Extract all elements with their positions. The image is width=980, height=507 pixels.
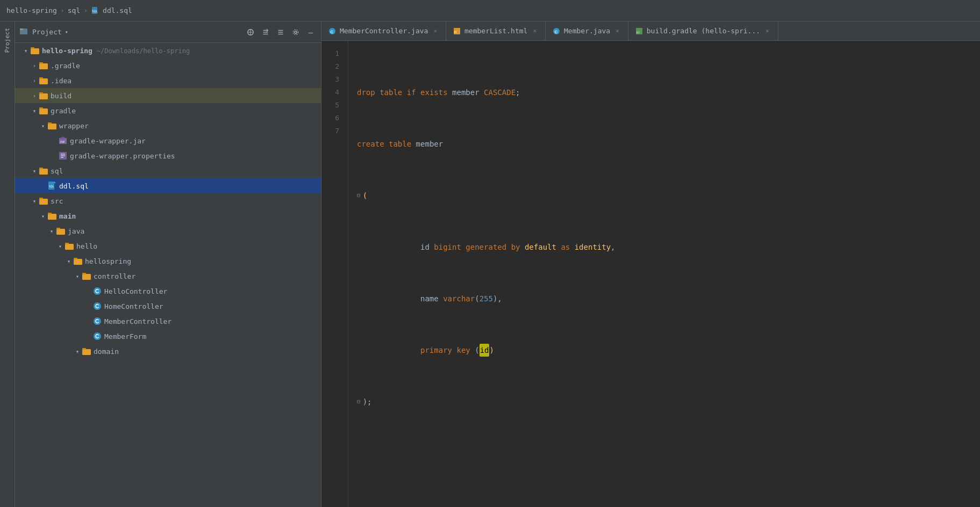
breadcrumb-sql[interactable]: sql bbox=[68, 6, 80, 15]
project-label: Project bbox=[32, 28, 62, 36]
tree-item-hello-dir[interactable]: ▾ hello bbox=[15, 238, 321, 253]
svg-rect-17 bbox=[39, 63, 48, 69]
svg-rect-20 bbox=[39, 77, 43, 79]
tree-item-gradle-hidden[interactable]: › .gradle bbox=[15, 58, 321, 73]
tab-icon-member-java: C bbox=[552, 27, 561, 35]
project-dropdown-arrow[interactable]: ▾ bbox=[65, 29, 68, 35]
tab-member-java[interactable]: C Member.java ✕ bbox=[546, 21, 628, 40]
tree-item-gradle-wrapper-props[interactable]: › gradle-wrapper.properties bbox=[15, 148, 321, 163]
svg-marker-37 bbox=[54, 182, 56, 183]
tab-icon-member-controller: C bbox=[328, 27, 337, 35]
kw-if: if bbox=[407, 86, 416, 99]
svg-rect-34 bbox=[39, 169, 48, 175]
arrow-wrapper: ▾ bbox=[39, 121, 47, 130]
sql-dir-label: sql bbox=[51, 167, 63, 175]
tab-close-member-java[interactable]: ✕ bbox=[613, 26, 621, 35]
tree-item-controller-dir[interactable]: ▾ controller bbox=[15, 269, 321, 284]
code-content[interactable]: drop table if exists member CASCADE; cre… bbox=[348, 41, 980, 507]
svg-rect-21 bbox=[39, 93, 48, 99]
folder-icon-build bbox=[39, 91, 48, 100]
folder-icon-sql-dir bbox=[39, 166, 48, 176]
tree-item-ddl-sql[interactable]: › SQL ddl.sql bbox=[15, 178, 321, 193]
svg-rect-15 bbox=[31, 48, 39, 54]
editor-area: C MemberController.java ✕ H memberList.h… bbox=[321, 21, 980, 507]
code-line-6: primary key (id) bbox=[357, 344, 971, 357]
project-panel-icon bbox=[19, 27, 28, 37]
hello-spring-label: hello-spring ~/Downloads/hello-spring bbox=[42, 47, 190, 55]
punct-comma-2: , bbox=[497, 292, 502, 305]
line-num-2: 2 bbox=[321, 60, 344, 73]
class-icon-member-controller: C bbox=[92, 316, 102, 326]
arrow-gradle-hidden: › bbox=[30, 61, 39, 70]
hello-dir-label: hello bbox=[76, 242, 97, 250]
project-strip-label[interactable]: Project bbox=[2, 24, 13, 57]
svg-rect-35 bbox=[39, 168, 43, 169]
tree-item-hello-spring[interactable]: ▾ hello-spring ~/Downloads/hello-spring bbox=[15, 43, 321, 58]
tab-close-member-controller[interactable]: ✕ bbox=[431, 26, 439, 35]
folder-icon-idea bbox=[39, 76, 48, 85]
tree-item-java-dir[interactable]: ▾ java bbox=[15, 223, 321, 238]
highlight-id: id bbox=[480, 344, 490, 357]
tab-icon-member-list: H bbox=[453, 27, 461, 35]
svg-point-14 bbox=[293, 30, 298, 35]
folder-icon-src-dir bbox=[39, 196, 48, 206]
tab-label-member-controller: MemberController.java bbox=[340, 27, 428, 35]
tree-item-gradle-dir[interactable]: ▾ gradle bbox=[15, 103, 321, 118]
svg-text:C: C bbox=[555, 30, 558, 34]
tree-item-idea[interactable]: › .idea bbox=[15, 73, 321, 88]
svg-rect-43 bbox=[56, 229, 65, 235]
tab-build-gradle[interactable]: Gr build.gradle (hello-spri... ✕ bbox=[628, 21, 778, 40]
svg-rect-47 bbox=[74, 259, 82, 265]
arrow-main-dir: ▾ bbox=[39, 212, 47, 220]
arrow-controller-dir: ▾ bbox=[73, 272, 82, 280]
tree-item-hello-controller[interactable]: › C HelloController bbox=[15, 284, 321, 299]
punct-comma-1: , bbox=[611, 241, 615, 253]
hide-panel-icon[interactable]: — bbox=[305, 26, 317, 38]
gradle-dir-label: gradle bbox=[51, 107, 76, 115]
tab-member-controller[interactable]: C MemberController.java ✕ bbox=[321, 21, 446, 40]
svg-rect-26 bbox=[48, 122, 52, 124]
collapse-all-icon[interactable] bbox=[260, 26, 271, 38]
java-dir-label: java bbox=[68, 227, 84, 235]
tab-close-member-list[interactable]: ✕ bbox=[531, 26, 539, 35]
project-panel: Project ▾ — bbox=[15, 21, 321, 507]
arrow-src-dir: ▾ bbox=[30, 197, 39, 205]
tree-item-sql-dir[interactable]: ▾ sql bbox=[15, 163, 321, 178]
kw-default: default bbox=[525, 241, 556, 253]
svg-rect-48 bbox=[74, 258, 77, 259]
tree-item-gradle-wrapper-jar[interactable]: › JAR gradle-wrapper.jar bbox=[15, 133, 321, 148]
folder-icon-java-dir bbox=[56, 226, 66, 236]
tree-item-member-form[interactable]: › C MemberForm bbox=[15, 329, 321, 344]
tab-icon-build-gradle: Gr bbox=[635, 27, 643, 35]
hello-controller-label: HelloController bbox=[104, 287, 167, 295]
tree-item-hellospring-dir[interactable]: ▾ hellospring bbox=[15, 253, 321, 269]
expand-icon[interactable] bbox=[275, 26, 287, 38]
kw-exists: exists bbox=[420, 86, 448, 99]
kw-table-2: table bbox=[389, 137, 411, 150]
locate-icon[interactable] bbox=[245, 26, 256, 38]
tree-item-main-dir[interactable]: ▾ main bbox=[15, 208, 321, 223]
settings-icon[interactable] bbox=[290, 26, 302, 38]
svg-rect-28 bbox=[61, 137, 65, 139]
line-num-3: 3 bbox=[321, 73, 344, 86]
folder-icon-gradle-dir bbox=[39, 106, 48, 115]
tree-item-build[interactable]: › build bbox=[15, 88, 321, 103]
kw-as: as bbox=[561, 241, 570, 253]
tab-close-build-gradle[interactable]: ✕ bbox=[763, 26, 771, 35]
tree-item-src-dir[interactable]: ▾ src bbox=[15, 193, 321, 208]
tree-item-domain-dir[interactable]: ▾ domain bbox=[15, 344, 321, 359]
punct-semi-1: ; bbox=[516, 86, 520, 99]
col-name: name bbox=[420, 292, 439, 305]
ident-member-1: member bbox=[452, 86, 480, 99]
tab-member-list[interactable]: H memberList.html ✕ bbox=[446, 21, 546, 40]
breadcrumb-project[interactable]: hello-spring bbox=[6, 6, 57, 15]
tree-item-member-controller[interactable]: › C MemberController bbox=[15, 314, 321, 329]
project-header: Project ▾ — bbox=[15, 21, 321, 43]
file-tree: ▾ hello-spring ~/Downloads/hello-spring … bbox=[15, 43, 321, 507]
breadcrumb-ddl[interactable]: ddl.sql bbox=[103, 6, 132, 15]
svg-rect-25 bbox=[48, 124, 56, 129]
tree-item-home-controller[interactable]: › C HomeController bbox=[15, 299, 321, 314]
line-num-1: 1 bbox=[321, 47, 344, 60]
svg-rect-46 bbox=[65, 243, 69, 244]
tree-item-wrapper[interactable]: ▾ wrapper bbox=[15, 118, 321, 133]
